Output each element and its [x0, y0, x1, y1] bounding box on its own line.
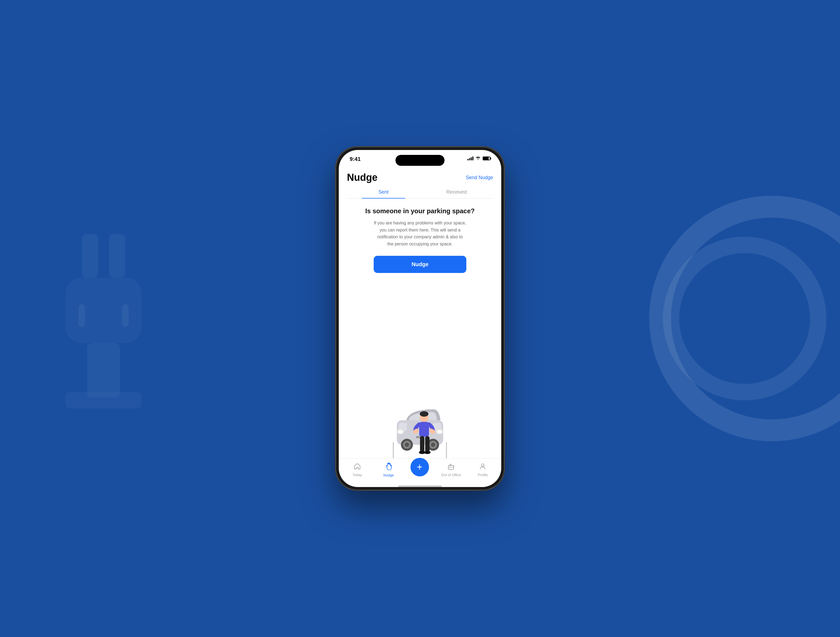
tab-sent[interactable]: Sent [347, 186, 420, 198]
status-time: 9:41 [350, 155, 361, 162]
svg-rect-5 [393, 442, 394, 458]
svg-rect-4 [65, 392, 142, 408]
nav-label-today: Today [352, 473, 362, 477]
app-content: Nudge Send Nudge Sent Received Is someon… [339, 166, 501, 458]
send-nudge-button[interactable]: Send Nudge [466, 175, 493, 180]
signal-bar-3 [471, 157, 472, 160]
svg-point-31 [429, 429, 433, 433]
phone-screen: 9:41 [339, 150, 501, 487]
svg-rect-26 [420, 436, 424, 452]
battery-icon [483, 156, 490, 160]
nav-label-profile: Profile [478, 473, 488, 477]
car-illustration [376, 387, 464, 458]
status-icons [467, 155, 490, 161]
plus-icon: + [417, 462, 422, 472]
bg-circle-right-inner [663, 237, 826, 400]
person-icon [479, 463, 486, 472]
tabs-container: Sent Received [347, 186, 493, 199]
app-header: Nudge Send Nudge [339, 166, 501, 186]
wifi-icon [475, 156, 480, 161]
nudge-action-button[interactable]: Nudge [374, 256, 466, 273]
svg-rect-1 [109, 234, 125, 278]
svg-rect-27 [425, 436, 429, 452]
svg-rect-0 [82, 234, 98, 278]
parking-title: Is someone in your parking space? [365, 207, 475, 215]
app-title: Nudge [347, 172, 377, 183]
signal-bar-2 [469, 158, 470, 160]
nav-item-out-of-office[interactable]: Out of Office [441, 463, 461, 477]
nav-add-button[interactable]: + [411, 458, 429, 476]
svg-point-30 [415, 429, 418, 433]
svg-point-12 [398, 430, 403, 433]
signal-bar-4 [472, 156, 474, 160]
nav-label-out-of-office: Out of Office [441, 473, 461, 477]
parking-illustration [347, 278, 493, 458]
svg-rect-32 [448, 465, 454, 469]
nav-item-today[interactable]: Today [348, 463, 367, 477]
svg-point-22 [420, 411, 428, 417]
nav-label-nudge: Nudge [383, 473, 393, 477]
hand-wave-icon [385, 463, 393, 472]
svg-point-16 [405, 443, 409, 447]
bottom-nav: Today Nudge + [339, 458, 501, 485]
svg-point-33 [481, 464, 484, 466]
tab-received[interactable]: Received [420, 186, 493, 198]
briefcase-icon [447, 463, 455, 472]
svg-rect-6 [446, 442, 447, 458]
phone-shell: 9:41 [336, 147, 504, 490]
parking-description: If you are having any problems with your… [374, 220, 466, 247]
home-icon [354, 463, 361, 472]
signal-bar-1 [467, 159, 469, 160]
bg-plug-icon [22, 223, 185, 414]
dynamic-island [395, 155, 445, 166]
svg-point-13 [437, 430, 442, 433]
battery-fill [483, 157, 489, 160]
svg-point-29 [424, 451, 431, 454]
home-indicator [398, 485, 442, 487]
main-content: Is someone in your parking space? If you… [339, 199, 501, 458]
svg-point-19 [431, 443, 435, 447]
svg-rect-3 [87, 343, 120, 398]
nav-item-nudge[interactable]: Nudge [379, 463, 398, 477]
signal-bars-icon [467, 156, 474, 160]
nav-item-profile[interactable]: Profile [473, 463, 492, 477]
svg-rect-2 [65, 278, 142, 343]
bg-circle-right [649, 196, 840, 441]
